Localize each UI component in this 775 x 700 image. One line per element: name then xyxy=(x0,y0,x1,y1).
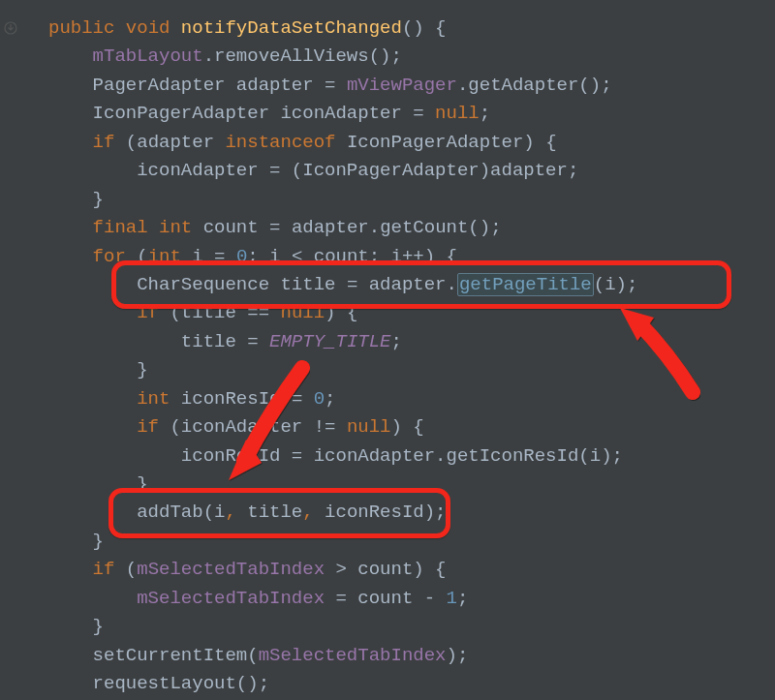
override-gutter-icon xyxy=(4,21,17,35)
constant-ref: EMPTY_TITLE xyxy=(269,331,390,352)
code-editor[interactable]: public void notifyDataSetChanged() { mTa… xyxy=(0,0,775,700)
linked-method-call[interactable]: getPageTitle xyxy=(457,273,594,296)
field-ref: mTabLayout xyxy=(93,46,203,67)
keyword-void: void xyxy=(126,17,170,39)
method-name: notifyDataSetChanged xyxy=(181,17,402,39)
code-block[interactable]: public void notifyDataSetChanged() { mTa… xyxy=(10,15,775,700)
keyword-public: public xyxy=(48,17,114,39)
